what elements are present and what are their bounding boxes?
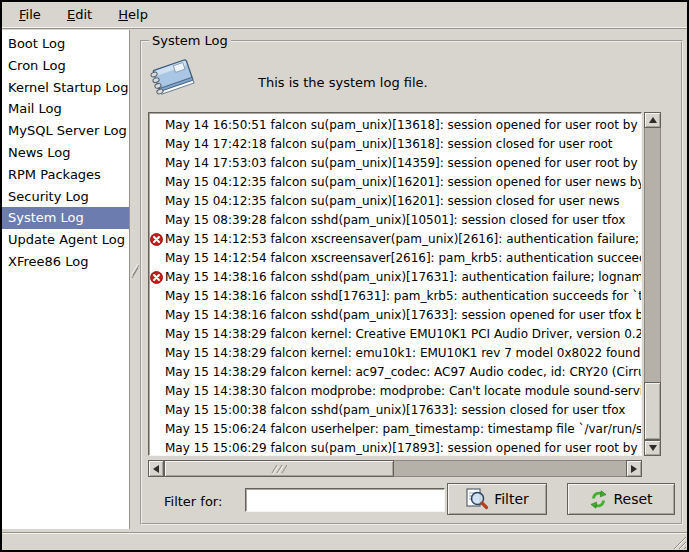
sidebar-item-xfree86-log[interactable]: XFree86 Log — [2, 251, 129, 273]
sidebar-item-cron-log[interactable]: Cron Log — [2, 55, 129, 77]
menubar: File Edit Help — [2, 2, 687, 29]
log-row[interactable]: May 14 17:42:18 falcon su(pam_unix)[1361… — [149, 135, 641, 154]
sidebar-item-security-log[interactable]: Security Log — [2, 186, 129, 208]
error-icon — [150, 271, 163, 284]
notebook-icon — [150, 54, 200, 102]
log-row[interactable]: May 15 14:38:29 falcon kernel: emu10k1: … — [149, 344, 641, 363]
scroll-down-button[interactable] — [644, 440, 661, 456]
reset-button[interactable]: Reset — [567, 483, 675, 515]
sidebar-item-update-agent-log[interactable]: Update Agent Log — [2, 229, 129, 251]
sidebar-item-kernel-startup-log[interactable]: Kernel Startup Log — [2, 77, 129, 99]
filter-label: Filter for: — [164, 494, 222, 509]
log-row[interactable]: May 15 15:06:24 falcon userhelper: pam_t… — [149, 420, 641, 439]
log-row[interactable]: May 15 15:06:29 falcon su(pam_unix)[1789… — [149, 439, 641, 456]
menu-help[interactable]: Help — [107, 2, 159, 28]
log-row[interactable]: May 15 14:38:29 falcon kernel: ac97_code… — [149, 363, 641, 382]
sidebar-item-boot-log[interactable]: Boot Log — [2, 33, 129, 55]
sidebar-item-news-log[interactable]: News Log — [2, 142, 129, 164]
status-bar — [2, 532, 687, 550]
arrow-right-icon — [631, 465, 637, 473]
reset-refresh-icon — [589, 490, 608, 509]
app-window: File Edit Help Boot Log Cron Log Kernel … — [0, 0, 689, 552]
arrow-down-icon — [649, 445, 657, 451]
log-type-list: Boot Log Cron Log Kernel Startup Log Mai… — [2, 30, 130, 529]
scroll-up-button[interactable] — [644, 112, 661, 128]
arrow-up-icon — [649, 117, 657, 123]
filter-input[interactable] — [245, 488, 445, 512]
thumb-grip-icon — [271, 464, 287, 474]
log-row[interactable]: May 14 17:53:03 falcon su(pam_unix)[1435… — [149, 154, 641, 173]
resize-grip[interactable] — [670, 533, 686, 549]
sidebar-item-system-log[interactable]: System Log — [2, 207, 129, 229]
sidebar-item-mysql-server-log[interactable]: MySQL Server Log — [2, 120, 129, 142]
log-row[interactable]: May 14 16:50:51 falcon su(pam_unix)[1361… — [149, 116, 641, 135]
vertical-scrollbar — [644, 112, 661, 456]
horizontal-scrollbar — [148, 460, 642, 477]
sidebar-item-rpm-packages[interactable]: RPM Packages — [2, 164, 129, 186]
log-row[interactable]: May 15 14:12:53 falcon xscreensaver(pam_… — [149, 230, 641, 249]
log-row[interactable]: May 15 14:38:29 falcon kernel: Creative … — [149, 325, 641, 344]
log-row[interactable]: May 15 14:38:16 falcon sshd(pam_unix)[17… — [149, 306, 641, 325]
system-log-frame: System Log This is the system log file. … — [140, 40, 683, 525]
log-description: This is the system log file. — [258, 75, 428, 90]
log-list: May 14 16:50:51 falcon su(pam_unix)[1361… — [148, 112, 642, 456]
log-row[interactable]: May 15 04:12:35 falcon su(pam_unix)[1620… — [149, 173, 641, 192]
scroll-left-button[interactable] — [148, 460, 164, 477]
frame-title: System Log — [149, 33, 231, 48]
menu-edit[interactable]: Edit — [56, 2, 103, 28]
log-row[interactable]: May 15 14:38:16 falcon sshd[17631]: pam_… — [149, 287, 641, 306]
pane-splitter[interactable] — [131, 30, 140, 529]
menu-file[interactable]: File — [8, 2, 52, 28]
log-row[interactable]: May 15 14:38:16 falcon sshd(pam_unix)[17… — [149, 268, 641, 287]
log-row[interactable]: May 15 14:38:30 falcon modprobe: modprob… — [149, 382, 641, 401]
arrow-left-icon — [153, 465, 159, 473]
sidebar-item-mail-log[interactable]: Mail Log — [2, 98, 129, 120]
vscroll-thumb[interactable] — [644, 382, 661, 440]
error-icon — [150, 233, 163, 246]
log-row[interactable]: May 15 15:00:38 falcon sshd(pam_unix)[17… — [149, 401, 641, 420]
reset-button-label: Reset — [613, 491, 652, 507]
log-row[interactable]: May 15 14:12:54 falcon xscreensaver[2616… — [149, 249, 641, 268]
magnifier-document-icon — [465, 488, 489, 511]
filter-button-label: Filter — [494, 491, 529, 507]
scroll-right-button[interactable] — [626, 460, 642, 477]
filter-button[interactable]: Filter — [447, 483, 547, 515]
log-row[interactable]: May 15 08:39:28 falcon sshd(pam_unix)[10… — [149, 211, 641, 230]
hscroll-thumb[interactable] — [164, 460, 394, 477]
log-row[interactable]: May 15 04:12:35 falcon su(pam_unix)[1620… — [149, 192, 641, 211]
splitter-grip-icon — [131, 260, 140, 278]
